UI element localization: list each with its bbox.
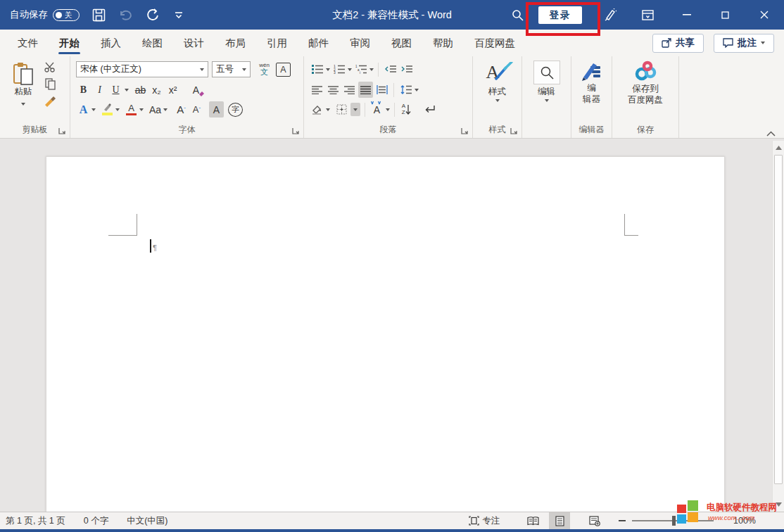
- font-color-dropdown-icon[interactable]: [139, 108, 144, 111]
- editor-button[interactable]: 编 辑器: [571, 61, 612, 105]
- tab-mailings[interactable]: 邮件: [298, 30, 339, 56]
- tab-insert[interactable]: 插入: [90, 30, 132, 56]
- dialog-launcher-icon[interactable]: [58, 127, 66, 135]
- underline-dropdown-icon[interactable]: [125, 89, 129, 91]
- ribbon-display-options-icon[interactable]: [637, 0, 658, 30]
- tab-layout[interactable]: 布局: [215, 30, 256, 56]
- tab-references[interactable]: 引用: [256, 30, 298, 56]
- redo-icon[interactable]: [144, 6, 160, 24]
- decrease-indent-icon[interactable]: [383, 61, 398, 77]
- focus-mode-button[interactable]: 专注: [461, 512, 507, 529]
- page-count-status[interactable]: 第 1 页, 共 1 页: [6, 515, 65, 527]
- web-layout-button[interactable]: [584, 512, 605, 529]
- clear-formatting-button[interactable]: A: [189, 82, 203, 98]
- bullets-icon[interactable]: [310, 61, 324, 77]
- increase-indent-icon[interactable]: [399, 61, 414, 77]
- justify-icon[interactable]: [358, 82, 373, 98]
- vertical-scrollbar[interactable]: [772, 141, 784, 512]
- text-effects-dropdown-icon[interactable]: [91, 108, 96, 111]
- highlight-dropdown-icon[interactable]: [115, 108, 120, 111]
- tab-help[interactable]: 帮助: [422, 30, 464, 56]
- italic-button[interactable]: I: [92, 82, 107, 98]
- document-page[interactable]: ¶: [46, 156, 725, 512]
- collapse-ribbon-icon[interactable]: [766, 131, 776, 137]
- comments-button[interactable]: 批注: [714, 34, 774, 53]
- phonetic-guide-button[interactable]: wén 文: [257, 61, 272, 77]
- zoom-out-button[interactable]: [617, 512, 628, 529]
- tab-review[interactable]: 审阅: [339, 30, 381, 56]
- line-spacing-icon[interactable]: [398, 82, 413, 98]
- character-border-button[interactable]: A: [276, 63, 291, 77]
- close-button[interactable]: [750, 0, 778, 30]
- show-marks-icon[interactable]: [422, 101, 437, 118]
- numbering-icon[interactable]: 123: [331, 61, 346, 77]
- save-icon[interactable]: [91, 6, 106, 24]
- share-button[interactable]: 共享: [652, 34, 704, 53]
- minimize-button[interactable]: [674, 0, 700, 30]
- borders-dropdown-icon[interactable]: [350, 103, 360, 116]
- ink-pen-icon[interactable]: [600, 0, 621, 30]
- zoom-slider-thumb[interactable]: [672, 516, 676, 526]
- save-to-baidu-button[interactable]: 保存到 百度网盘: [612, 61, 678, 106]
- tab-file[interactable]: 文件: [7, 30, 49, 56]
- line-spacing-dropdown-icon[interactable]: [415, 89, 419, 91]
- autosave-toggle[interactable]: 自动保存 关: [10, 8, 80, 21]
- tab-baidu-netdisk[interactable]: 百度网盘: [464, 30, 526, 56]
- tab-home[interactable]: 开始: [49, 30, 90, 56]
- enclose-characters-button[interactable]: 字: [228, 103, 243, 117]
- sort-icon[interactable]: A Z: [399, 101, 414, 118]
- superscript-button[interactable]: x²: [165, 82, 180, 98]
- login-button[interactable]: 登录: [538, 6, 582, 24]
- align-left-icon[interactable]: [310, 82, 324, 98]
- paste-button[interactable]: 粘贴: [7, 62, 39, 108]
- copy-icon[interactable]: [45, 78, 56, 90]
- print-layout-button[interactable]: [549, 512, 570, 529]
- highlight-color-button[interactable]: [100, 101, 115, 118]
- change-case-button[interactable]: Aa: [148, 101, 163, 118]
- asian-layout-button[interactable]: A: [369, 101, 384, 118]
- dialog-launcher-icon[interactable]: [461, 127, 469, 135]
- dialog-launcher-icon[interactable]: [510, 127, 518, 135]
- cut-icon[interactable]: [44, 62, 56, 72]
- shading-icon[interactable]: [310, 101, 324, 118]
- align-right-icon[interactable]: [342, 82, 357, 98]
- change-case-dropdown-icon[interactable]: [163, 108, 167, 111]
- undo-icon[interactable]: [118, 6, 133, 24]
- bullets-dropdown-icon[interactable]: [326, 68, 330, 71]
- read-mode-button[interactable]: [522, 512, 543, 529]
- text-effects-button[interactable]: A: [76, 101, 91, 118]
- strikethrough-button[interactable]: ab: [133, 82, 148, 98]
- scroll-down-icon[interactable]: [773, 499, 784, 510]
- toggle-off-icon[interactable]: 关: [53, 9, 80, 21]
- font-size-select[interactable]: 五号: [212, 61, 251, 77]
- multilevel-list-icon[interactable]: 1ai: [353, 61, 368, 77]
- subscript-button[interactable]: x₂: [149, 82, 164, 98]
- scroll-up-icon[interactable]: [773, 142, 784, 153]
- align-center-icon[interactable]: [326, 82, 341, 98]
- asian-layout-dropdown-icon[interactable]: [386, 108, 390, 111]
- editing-button[interactable]: 编辑: [522, 61, 571, 102]
- format-painter-icon[interactable]: [44, 96, 56, 107]
- borders-icon[interactable]: [334, 101, 349, 118]
- shrink-font-button[interactable]: Aˇ: [189, 101, 204, 118]
- numbering-dropdown-icon[interactable]: [348, 68, 352, 71]
- customize-qat-icon[interactable]: [171, 6, 186, 24]
- font-color-button[interactable]: A: [124, 101, 139, 118]
- word-count-status[interactable]: 0 个字: [84, 515, 108, 527]
- scrollbar-thumb[interactable]: [774, 155, 783, 484]
- maximize-button[interactable]: [712, 0, 738, 30]
- styles-button[interactable]: A 样式: [473, 61, 521, 102]
- search-icon[interactable]: [507, 0, 528, 30]
- tab-view[interactable]: 视图: [381, 30, 422, 56]
- underline-button[interactable]: U: [108, 82, 123, 98]
- font-name-select[interactable]: 宋体 (中文正文): [76, 61, 208, 77]
- distribute-icon[interactable]: [374, 82, 389, 98]
- tab-draw[interactable]: 绘图: [132, 30, 173, 56]
- shading-dropdown-icon[interactable]: [326, 108, 330, 111]
- zoom-level[interactable]: 100%: [733, 512, 756, 529]
- grow-font-button[interactable]: Aˆ: [174, 101, 189, 118]
- dialog-launcher-icon[interactable]: [292, 127, 300, 135]
- language-status[interactable]: 中文(中国): [127, 515, 167, 527]
- multilevel-dropdown-icon[interactable]: [369, 68, 374, 71]
- character-shading-button[interactable]: A: [209, 101, 224, 118]
